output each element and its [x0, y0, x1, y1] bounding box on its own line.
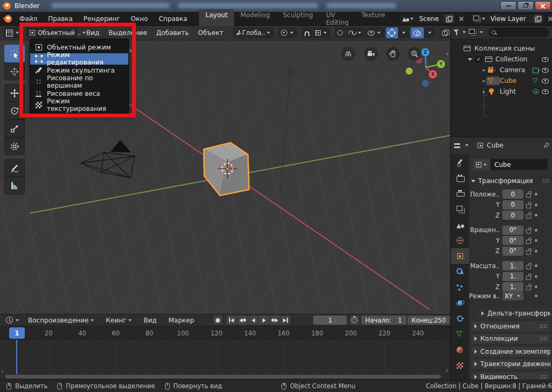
- play-button[interactable]: [259, 316, 269, 325]
- filter-icon[interactable]: [453, 30, 459, 35]
- animate-dot[interactable]: [535, 193, 537, 195]
- snap-settings-button[interactable]: [313, 27, 330, 38]
- timeline-ruler[interactable]: 20406080100120140160180200220240 1: [0, 326, 450, 340]
- timeline-menu-item[interactable]: Маркер: [169, 317, 195, 324]
- gizmo-settings-button[interactable]: [398, 27, 409, 38]
- channel-expander-icon[interactable]: ›: [1, 368, 3, 375]
- hide-eye-icon[interactable]: [542, 68, 549, 73]
- mode-selector-button[interactable]: Объектный ..: [26, 27, 78, 38]
- properties-tab[interactable]: [451, 264, 469, 279]
- minimize-button[interactable]: [500, 1, 516, 10]
- jump-to-start-button[interactable]: [226, 316, 237, 325]
- current-frame-field[interactable]: 1: [313, 316, 347, 325]
- object-data-icon[interactable]: [532, 78, 540, 84]
- toggle-perspective-button[interactable]: [341, 47, 355, 61]
- collapsed-panel-header[interactable]: Траектории движения: [471, 359, 550, 369]
- lock-icon[interactable]: [526, 191, 531, 197]
- animate-dot[interactable]: [535, 264, 537, 267]
- prev-keyframe-button[interactable]: [237, 316, 247, 325]
- collapsed-panel-header[interactable]: Коллекции: [471, 334, 550, 344]
- collapsed-panel-header[interactable]: Отношения: [471, 321, 550, 331]
- new-view-layer-button[interactable]: [534, 15, 542, 23]
- value-field[interactable]: 0: [502, 200, 523, 209]
- timeline-menu-item[interactable]: Воспроизведение: [28, 317, 94, 324]
- mode-menu-item[interactable]: Рисование по вершинам: [30, 76, 128, 88]
- properties-tab[interactable]: [451, 311, 469, 326]
- menu-item[interactable]: Файл: [19, 15, 37, 23]
- collapsed-panel-header[interactable]: Дельта-трансформац: [478, 309, 550, 318]
- current-frame-badge[interactable]: 1: [9, 327, 25, 339]
- value-field[interactable]: 1.: [502, 272, 523, 281]
- menu-item[interactable]: Правка: [48, 15, 73, 23]
- camera-object[interactable]: [81, 140, 135, 178]
- hide-eye-icon[interactable]: [542, 89, 549, 94]
- properties-tab[interactable]: [451, 233, 469, 248]
- outliner-object-row[interactable]: ▸ Cube: [451, 75, 552, 86]
- properties-tab[interactable]: [451, 295, 469, 311]
- lock-icon[interactable]: [526, 263, 531, 269]
- expand-arrow-icon[interactable]: ▸: [482, 89, 486, 94]
- proportional-edit-button[interactable]: [335, 27, 346, 38]
- rotation-mode-dropdown[interactable]: XY: [502, 291, 523, 300]
- value-field[interactable]: 0°: [502, 226, 523, 235]
- outliner-search-input[interactable]: [488, 27, 549, 37]
- light-object[interactable]: [280, 67, 295, 201]
- timeline-menu-item[interactable]: Кеинг: [106, 317, 132, 324]
- animate-dot[interactable]: [535, 204, 537, 206]
- properties-tab[interactable]: [451, 279, 469, 295]
- hide-eye-icon[interactable]: [542, 79, 549, 83]
- timeline-editor-type-button[interactable]: [3, 315, 23, 326]
- use-preview-range-button[interactable]: [350, 316, 358, 325]
- sidebar-toggle-chevron[interactable]: ‹: [446, 50, 448, 58]
- lock-icon[interactable]: [526, 202, 531, 208]
- tool-move-button[interactable]: [4, 84, 25, 102]
- show-overlays-button[interactable]: [411, 27, 424, 38]
- new-scene-button[interactable]: [445, 15, 453, 23]
- play-reverse-button[interactable]: [248, 316, 258, 325]
- tool-transform-button[interactable]: [4, 137, 25, 155]
- xray-toggle-button[interactable]: [439, 27, 450, 38]
- properties-tab[interactable]: [451, 342, 469, 358]
- show-gizmo-button[interactable]: [386, 27, 398, 38]
- animate-dot[interactable]: [535, 275, 537, 278]
- lock-icon[interactable]: [526, 227, 531, 233]
- menu-item[interactable]: Рендеринг: [84, 15, 120, 23]
- camera-view-button[interactable]: [364, 47, 378, 61]
- frame-start-field[interactable]: Начало: 1: [361, 316, 406, 325]
- overlays-settings-button[interactable]: [424, 27, 435, 38]
- properties-tab[interactable]: [451, 248, 469, 264]
- zoom-view-button[interactable]: [408, 47, 422, 61]
- pan-view-button[interactable]: [386, 47, 400, 61]
- expand-arrow-icon[interactable]: ▸: [482, 67, 486, 73]
- blender-menu-icon[interactable]: [4, 15, 12, 23]
- value-field[interactable]: 0°: [502, 247, 523, 256]
- hide-eye-icon[interactable]: [542, 57, 549, 62]
- value-field[interactable]: 1.: [502, 261, 523, 270]
- animate-dot[interactable]: [535, 229, 537, 232]
- animate-dot[interactable]: [535, 295, 537, 297]
- view-layer-selector[interactable]: View Layer: [471, 13, 545, 24]
- tool-cursor-button[interactable]: [4, 62, 25, 80]
- object-name-field[interactable]: Cube: [491, 159, 548, 170]
- display-mode-icon[interactable]: [469, 29, 477, 36]
- lock-icon[interactable]: [526, 284, 531, 290]
- value-field[interactable]: 0: [502, 190, 523, 199]
- viewport-menu-item[interactable]: Выделение: [108, 29, 147, 37]
- viewport-menu-item[interactable]: Добавить: [156, 29, 189, 37]
- outliner-object-row[interactable]: ▸ Light: [451, 86, 552, 97]
- animate-dot[interactable]: [535, 239, 537, 242]
- collection-row[interactable]: ✓ Collection: [451, 54, 552, 65]
- value-field[interactable]: 0: [502, 211, 523, 220]
- pin-icon[interactable]: [541, 141, 550, 150]
- properties-tab[interactable]: [451, 358, 469, 373]
- auto-keying-button[interactable]: [213, 316, 222, 325]
- properties-editor-icon[interactable]: [454, 142, 461, 149]
- tool-measure-button[interactable]: [4, 177, 25, 194]
- properties-tab[interactable]: [451, 186, 469, 201]
- menu-item[interactable]: Справка: [158, 15, 187, 23]
- animate-dot[interactable]: [535, 250, 537, 253]
- close-button[interactable]: [535, 1, 551, 10]
- lock-icon[interactable]: [526, 212, 531, 218]
- remove-view-layer-icon[interactable]: [547, 16, 552, 22]
- collection-checkbox[interactable]: ✓: [475, 56, 482, 62]
